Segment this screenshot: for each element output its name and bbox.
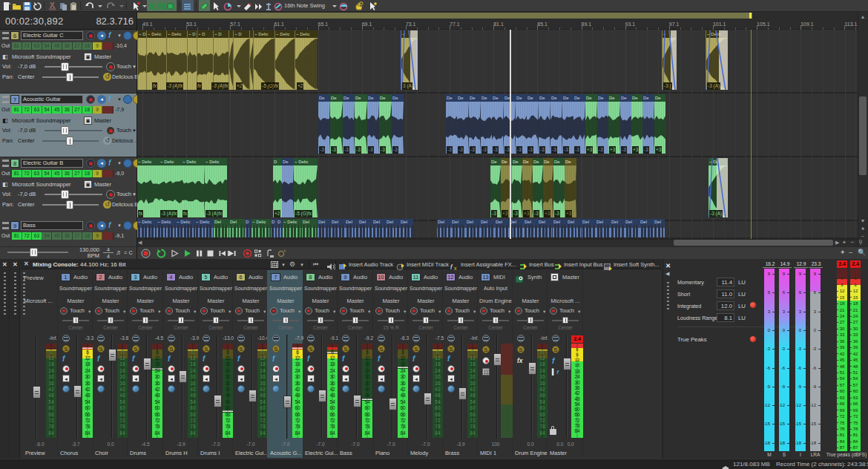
svg-text:75: 75 — [840, 421, 845, 425]
svg-text:78: 78 — [840, 427, 845, 431]
svg-text:-3: -3 — [812, 347, 817, 351]
svg-text:60: 60 — [840, 389, 845, 393]
svg-text:78: 78 — [853, 427, 858, 431]
svg-text:-9: -9 — [812, 384, 817, 389]
svg-text:45: 45 — [840, 358, 845, 362]
svg-text:69: 69 — [840, 408, 845, 413]
svg-text:15: 15 — [840, 295, 845, 300]
svg-text:36: 36 — [853, 339, 858, 344]
svg-text:-9: -9 — [781, 384, 786, 389]
svg-text:48: 48 — [840, 364, 845, 369]
svg-text:-18: -18 — [810, 441, 817, 445]
svg-text:39: 39 — [840, 345, 845, 350]
svg-text:81: 81 — [840, 433, 845, 437]
svg-text:60: 60 — [853, 389, 858, 393]
svg-text:39: 39 — [853, 345, 858, 350]
svg-text:51: 51 — [853, 370, 858, 375]
svg-text:-6: -6 — [812, 366, 817, 370]
svg-text:-18: -18 — [779, 441, 786, 445]
svg-text:66: 66 — [853, 401, 858, 406]
svg-text:-6: -6 — [798, 366, 802, 370]
svg-text:84: 84 — [840, 439, 845, 444]
svg-text:33: 33 — [853, 332, 858, 337]
svg-text:21: 21 — [853, 308, 858, 312]
svg-text:36: 36 — [840, 339, 845, 344]
svg-text:84: 84 — [853, 439, 858, 444]
svg-text:30: 30 — [853, 327, 858, 331]
svg-text:-15: -15 — [779, 422, 786, 426]
svg-text:45: 45 — [853, 358, 858, 362]
svg-text:24: 24 — [840, 314, 845, 318]
svg-text:69: 69 — [853, 408, 858, 413]
svg-text:-18: -18 — [795, 441, 802, 445]
svg-text:57: 57 — [840, 383, 845, 387]
svg-text:-9: -9 — [798, 384, 802, 389]
svg-text:-6: -6 — [781, 366, 786, 370]
svg-text:-3: -3 — [798, 347, 802, 351]
svg-text:-18: -18 — [764, 441, 771, 445]
svg-text:-15: -15 — [810, 422, 817, 426]
svg-text:63: 63 — [853, 396, 858, 400]
svg-text:87: 87 — [840, 445, 845, 450]
svg-text:12: 12 — [853, 289, 858, 293]
svg-text:18: 18 — [853, 301, 858, 306]
svg-text:72: 72 — [840, 414, 845, 419]
svg-text:33: 33 — [840, 332, 845, 337]
svg-text:x: x — [454, 266, 457, 271]
svg-text:-9: -9 — [766, 384, 771, 389]
svg-text:f: f — [450, 263, 453, 271]
svg-text:72: 72 — [853, 414, 858, 419]
svg-text:24: 24 — [853, 314, 858, 318]
svg-text:-12: -12 — [810, 403, 817, 407]
svg-text:15: 15 — [853, 295, 858, 300]
svg-text:75: 75 — [853, 421, 858, 425]
svg-text:66: 66 — [840, 401, 845, 406]
svg-text:-3: -3 — [781, 347, 786, 351]
svg-text:48: 48 — [853, 364, 858, 369]
svg-text:27: 27 — [840, 320, 845, 324]
svg-text:30: 30 — [840, 327, 845, 331]
svg-text:51: 51 — [840, 370, 845, 375]
svg-text:42: 42 — [853, 352, 858, 356]
svg-text:18: 18 — [840, 301, 845, 306]
svg-text:81: 81 — [853, 433, 858, 437]
svg-text:42: 42 — [840, 352, 845, 356]
svg-text:54: 54 — [853, 376, 858, 381]
svg-text:63: 63 — [840, 396, 845, 400]
svg-text:-15: -15 — [764, 422, 771, 426]
svg-text:12: 12 — [840, 289, 845, 293]
svg-text:87: 87 — [853, 445, 858, 450]
svg-text:57: 57 — [853, 383, 858, 387]
svg-text:-12: -12 — [764, 403, 771, 407]
svg-text:21: 21 — [840, 308, 845, 312]
svg-text:54: 54 — [840, 376, 845, 381]
svg-text:-12: -12 — [779, 403, 786, 407]
svg-text:-3: -3 — [766, 347, 771, 351]
svg-text:-15: -15 — [795, 422, 802, 426]
svg-text:27: 27 — [853, 320, 858, 324]
svg-text:-6: -6 — [766, 366, 771, 370]
svg-text:-12: -12 — [795, 403, 802, 407]
